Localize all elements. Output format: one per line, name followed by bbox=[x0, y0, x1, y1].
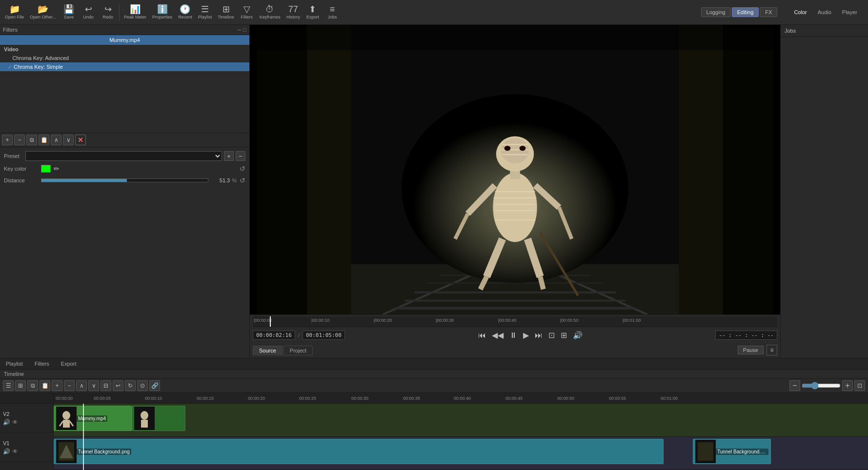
bottom-tab-playlist[interactable]: Playlist bbox=[3, 360, 26, 368]
toolbar-redo[interactable]: ↪ Redo bbox=[98, 4, 118, 20]
tl-menu-btn[interactable]: ☰ bbox=[3, 380, 14, 391]
toolbar-peak-meter[interactable]: 📊 Peak Meter bbox=[121, 4, 149, 20]
preset-add-btn[interactable]: + bbox=[224, 151, 234, 161]
distance-value: 51.3 bbox=[210, 177, 230, 183]
audio-mode-btn[interactable]: Audio bbox=[813, 8, 836, 17]
jobs-icon: ≡ bbox=[330, 5, 335, 14]
player-mode-btn[interactable]: Player bbox=[837, 8, 862, 17]
fx-mode-btn[interactable]: FX bbox=[760, 7, 777, 17]
ruler-mark-40: |00:00:40 bbox=[498, 318, 516, 323]
tl-record-btn[interactable]: ⊙ bbox=[137, 380, 148, 391]
track-v1-audio[interactable]: 🔊 bbox=[3, 448, 10, 455]
tl-up-btn[interactable]: ∧ bbox=[76, 380, 87, 391]
transport-play[interactable]: ▶ bbox=[521, 330, 531, 341]
video-preview bbox=[250, 25, 780, 314]
toolbar-history[interactable]: 77 History bbox=[283, 4, 303, 20]
tl-chain-btn[interactable]: 🔗 bbox=[149, 380, 160, 391]
preset-select[interactable] bbox=[25, 151, 222, 161]
hamburger-menu-btn[interactable]: ≡ bbox=[767, 345, 777, 355]
transport-prev-frame[interactable]: ◀◀ bbox=[490, 330, 505, 341]
toolbar-save[interactable]: 💾 Save bbox=[59, 4, 79, 20]
eyedrop-btn[interactable]: ✏ bbox=[54, 165, 60, 173]
tl-fit-btn[interactable]: ⊡ bbox=[854, 380, 865, 391]
editing-mode-btn[interactable]: Editing bbox=[732, 7, 759, 17]
tl-ripple-btn[interactable]: ↩ bbox=[113, 380, 123, 391]
source-tab[interactable]: Source bbox=[253, 346, 283, 355]
color-mode-btn[interactable]: Color bbox=[789, 8, 811, 17]
toolbar-filters[interactable]: ▽ Filters bbox=[237, 4, 257, 20]
filter-add-btn[interactable]: + bbox=[2, 135, 13, 145]
tl-split-btn[interactable]: ⊟ bbox=[101, 380, 111, 391]
jobs-panel: Jobs bbox=[780, 25, 868, 358]
track-v2-controls: 🔊 👁 bbox=[3, 419, 50, 426]
tl-add-btn[interactable]: + bbox=[52, 380, 62, 391]
tl-lock-btn[interactable]: ↻ bbox=[125, 380, 136, 391]
toolbar-jobs[interactable]: ≡ Jobs bbox=[323, 4, 342, 20]
toolbar-undo[interactable]: ↩ Undo bbox=[79, 4, 98, 20]
track-v2-eye[interactable]: 👁 bbox=[12, 419, 18, 426]
filter-item-chroma-advanced[interactable]: Chroma Key: Advanced bbox=[0, 54, 249, 62]
tl-zoom-in-btn[interactable]: + bbox=[842, 380, 853, 391]
key-color-swatch[interactable] bbox=[41, 165, 51, 173]
logging-mode-btn[interactable]: Logging bbox=[701, 7, 731, 17]
toolbar-recent[interactable]: 🕐 Recent bbox=[175, 4, 195, 20]
track-header-v2: V2 🔊 👁 bbox=[0, 404, 53, 433]
filter-close-btn[interactable]: ✕ bbox=[75, 135, 86, 145]
bottom-tab-export[interactable]: Export bbox=[58, 360, 80, 368]
properties-icon: ℹ️ bbox=[157, 5, 168, 14]
distance-reset-btn[interactable]: ↺ bbox=[240, 176, 245, 184]
toolbar-playlist[interactable]: ☰ Playlist bbox=[195, 4, 215, 20]
distance-pct: % bbox=[232, 177, 237, 183]
distance-slider[interactable] bbox=[41, 178, 208, 182]
tl-paste-btn[interactable]: 📋 bbox=[40, 380, 50, 391]
track-v2-audio[interactable]: 🔊 bbox=[3, 419, 10, 426]
minimize-icon[interactable]: ─ bbox=[238, 27, 242, 33]
toolbar-timeline[interactable]: ⊞ Timeline bbox=[215, 4, 237, 20]
filter-up-btn[interactable]: ∧ bbox=[51, 135, 61, 145]
clip-mummy-2[interactable] bbox=[132, 406, 185, 431]
filter-down-btn[interactable]: ∨ bbox=[63, 135, 74, 145]
transport-toggle-view[interactable]: ⊡ bbox=[546, 330, 557, 341]
filter-remove-btn[interactable]: − bbox=[14, 135, 25, 145]
tl-copy-btn[interactable]: ⧉ bbox=[27, 380, 38, 391]
filter-item-chroma-simple[interactable]: ✓ Chroma Key: Simple bbox=[0, 62, 249, 71]
svg-point-34 bbox=[520, 146, 526, 151]
toolbar-open-file[interactable]: 📁 Open File bbox=[2, 4, 27, 20]
svg-rect-37 bbox=[723, 25, 773, 314]
clip-mummy-1[interactable]: Mummy.mp4 bbox=[54, 406, 132, 431]
transport-grid[interactable]: ⊞ bbox=[559, 330, 569, 341]
maximize-icon[interactable]: □ bbox=[243, 27, 246, 33]
track-row-v1: Tunnel Background.png Tunnel Background.… bbox=[54, 437, 868, 470]
bottom-tab-filters[interactable]: Filters bbox=[32, 360, 52, 368]
track-content[interactable]: 00:00:00 00:00:05 00:00:10 00:00:15 00:0… bbox=[54, 393, 868, 470]
filter-category-video: Video bbox=[0, 45, 249, 54]
tl-snap-btn[interactable]: ⊞ bbox=[15, 380, 26, 391]
bottom-tabs: Playlist Filters Export bbox=[0, 358, 868, 370]
filter-copy-btn[interactable]: ⧉ bbox=[26, 135, 37, 145]
timeline-ruler-bottom: 00:00:00 00:00:05 00:00:10 00:00:15 00:0… bbox=[54, 393, 868, 404]
pause-button[interactable]: Pause bbox=[738, 346, 764, 354]
toolbar-properties[interactable]: ℹ️ Properties bbox=[149, 4, 175, 20]
clip-mummy-1-label: Mummy.mp4 bbox=[77, 415, 107, 422]
clip-tunnel-bg-1[interactable]: Tunnel Background.png bbox=[54, 439, 664, 464]
transport-go-start[interactable]: ⏮ bbox=[476, 330, 488, 341]
preview-timeline-ruler[interactable]: |00:00:00 |00:00:10 |00:00:20 |00:00:30 … bbox=[253, 316, 777, 327]
transport-pause[interactable]: ⏸ bbox=[507, 330, 519, 341]
filter-paste-btn[interactable]: 📋 bbox=[39, 135, 49, 145]
toolbar-keyframes[interactable]: ⏱ Keyframes bbox=[257, 4, 283, 20]
key-color-reset-btn[interactable]: ↺ bbox=[240, 165, 245, 173]
preset-remove-btn[interactable]: − bbox=[236, 151, 245, 161]
tl-remove-btn[interactable]: − bbox=[64, 380, 75, 391]
center-panel: |00:00:00 |00:00:10 |00:00:20 |00:00:30 … bbox=[250, 25, 780, 358]
transport-go-end[interactable]: ⏭ bbox=[533, 330, 545, 341]
track-v1-eye[interactable]: 👁 bbox=[12, 448, 18, 455]
tl-zoom-out-btn[interactable]: − bbox=[789, 380, 800, 391]
tl-zoom-slider[interactable] bbox=[802, 382, 841, 390]
tl-down-btn[interactable]: ∨ bbox=[88, 380, 99, 391]
project-tab[interactable]: Project bbox=[283, 346, 313, 355]
transport-volume[interactable]: 🔊 bbox=[571, 330, 585, 341]
toolbar-export[interactable]: ⬆ Export bbox=[303, 4, 323, 20]
clip-tunnel-bg-2[interactable]: Tunnel Background.png bbox=[693, 439, 771, 464]
toolbar-open-other[interactable]: 📂 Open Other... bbox=[27, 4, 59, 20]
ruler-mark-60: |00:01:00 bbox=[623, 318, 641, 323]
